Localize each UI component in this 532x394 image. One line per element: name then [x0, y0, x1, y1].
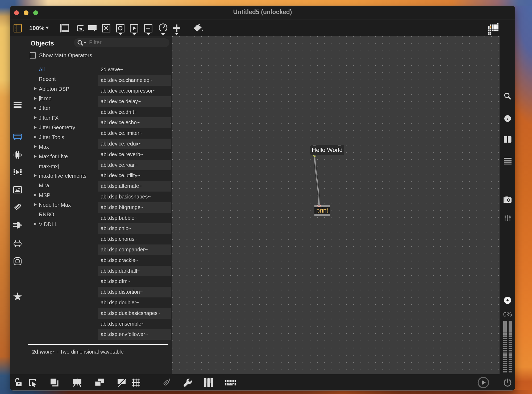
svg-text:m: m	[78, 26, 82, 31]
svg-text:i: i	[507, 116, 509, 121]
